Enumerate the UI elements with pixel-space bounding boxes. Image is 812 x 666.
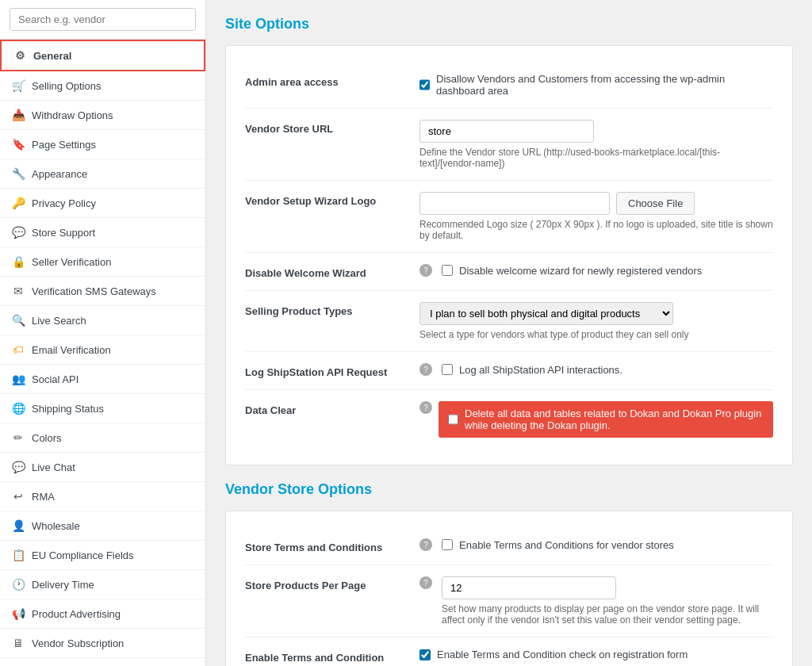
appearance-icon: 🔧 xyxy=(11,167,25,180)
sidebar-label-wholesale: Wholesale xyxy=(32,520,80,532)
sidebar-item-seller-verification[interactable]: 🔒Seller Verification xyxy=(0,247,205,277)
sidebar-label-rma: RMA xyxy=(32,491,55,503)
disable-welcome-wizard-checkbox[interactable] xyxy=(442,265,453,276)
main-content: Site Options Admin area access Disallow … xyxy=(206,0,812,666)
withdraw-options-icon: 📥 xyxy=(11,109,25,121)
admin-area-access-label: Admin area access xyxy=(245,73,404,88)
verification-sms-icon: ✉ xyxy=(11,285,25,297)
data-clear-control: ? Delete all data and tables related to … xyxy=(419,401,773,438)
admin-area-access-control: Disallow Vendors and Customers from acce… xyxy=(419,73,773,97)
sidebar-item-product-advertising[interactable]: 📢Product Advertising xyxy=(0,599,205,629)
sidebar-label-appearance: Appearance xyxy=(32,168,87,180)
vendor-store-options-title: Vendor Store Options xyxy=(225,481,793,498)
site-options-title: Site Options xyxy=(225,16,793,33)
admin-area-access-checkbox[interactable] xyxy=(419,79,430,90)
sidebar-item-live-search[interactable]: 🔍Live Search xyxy=(0,306,205,335)
selling-product-types-label: Selling Product Types xyxy=(245,302,404,317)
sidebar-label-selling-options: Selling Options xyxy=(32,80,101,92)
enable-terms-condition-checkbox[interactable] xyxy=(419,649,431,660)
sidebar-label-eu-compliance: EU Compliance Fields xyxy=(32,549,134,561)
disable-welcome-wizard-label: Disable Welcome Wizard xyxy=(245,264,404,279)
disable-welcome-wizard-checkbox-label: Disable welcome wizard for newly registe… xyxy=(459,265,702,277)
sidebar-item-withdraw-options[interactable]: 📥Withdraw Options xyxy=(0,101,205,130)
sidebar-label-verification-sms: Verification SMS Gateways xyxy=(32,285,156,297)
sidebar-label-vendor-subscription: Vendor Subscription xyxy=(32,637,124,649)
store-products-per-page-desc: Set how many products to display per pag… xyxy=(442,603,773,626)
sidebar-item-rma[interactable]: ↩RMA xyxy=(0,482,205,511)
sidebar-item-eu-compliance[interactable]: 📋EU Compliance Fields xyxy=(0,541,205,570)
log-shipstation-control: ? Log all ShipStation API interactions. xyxy=(419,363,773,376)
seller-verification-icon: 🔒 xyxy=(11,255,25,268)
sidebar-item-general[interactable]: ⚙General xyxy=(0,40,205,71)
enable-terms-condition-row: Enable Terms and Condition Enable Terms … xyxy=(245,637,773,666)
sidebar-label-live-search: Live Search xyxy=(32,315,86,327)
sidebar-item-shipping-status[interactable]: 🌐Shipping Status xyxy=(0,394,205,423)
sidebar-item-appearance[interactable]: 🔧Appearance xyxy=(0,159,205,189)
store-terms-checkbox[interactable] xyxy=(442,539,453,550)
vendor-store-options-card: Store Terms and Conditions ? Enable Term… xyxy=(225,511,793,666)
sidebar-label-page-settings: Page Settings xyxy=(32,139,96,151)
vendor-logo-label: Vendor Setup Wizard Logo xyxy=(245,192,404,207)
store-products-per-page-label: Store Products Per Page xyxy=(245,576,404,591)
sidebar-label-live-chat: Live Chat xyxy=(32,461,75,473)
sidebar-item-store-support[interactable]: 💬Store Support xyxy=(0,218,205,247)
sidebar-label-seller-verification: Seller Verification xyxy=(32,256,111,268)
sidebar-item-verification-sms[interactable]: ✉Verification SMS Gateways xyxy=(0,277,205,306)
choose-file-button[interactable]: Choose File xyxy=(616,192,695,215)
sidebar-item-colors[interactable]: ✏Colors xyxy=(0,423,205,453)
sidebar-label-withdraw-options: Withdraw Options xyxy=(32,109,113,121)
sidebar-label-privacy-policy: Privacy Policy xyxy=(32,197,96,209)
vendor-store-url-desc: Define the Vendor store URL (http://used… xyxy=(419,147,773,169)
data-clear-label: Data Clear xyxy=(245,401,404,416)
shipping-status-icon: 🌐 xyxy=(11,402,25,415)
store-support-icon: 💬 xyxy=(11,226,25,239)
social-api-icon: 👥 xyxy=(11,373,25,385)
log-shipstation-label: Log ShipStation API Request xyxy=(245,363,404,378)
colors-icon: ✏ xyxy=(11,431,25,444)
enable-terms-condition-control: Enable Terms and Condition check on regi… xyxy=(419,649,773,660)
sidebar-search-container xyxy=(0,0,205,40)
selling-product-types-desc: Select a type for vendors what type of p… xyxy=(419,329,773,340)
vendor-logo-desc: Recommended Logo size ( 270px X 90px ). … xyxy=(419,219,773,241)
vendor-store-url-control: Define the Vendor store URL (http://used… xyxy=(419,120,773,169)
vendor-store-url-input[interactable] xyxy=(419,120,594,143)
sidebar-item-page-settings[interactable]: 🔖Page Settings xyxy=(0,130,205,159)
data-clear-checkbox[interactable] xyxy=(448,414,458,425)
vendor-logo-file-input[interactable] xyxy=(419,192,610,215)
sidebar-item-vendor-subscription[interactable]: 🖥Vendor Subscription xyxy=(0,629,205,658)
sidebar-item-delivery-time[interactable]: 🕐Delivery Time xyxy=(0,570,205,599)
vendor-store-url-row: Vendor Store URL Define the Vendor store… xyxy=(245,109,773,181)
data-clear-error-box: Delete all data and tables related to Do… xyxy=(439,401,773,438)
selling-options-icon: 🛒 xyxy=(11,79,25,92)
data-clear-row: Data Clear ? Delete all data and tables … xyxy=(245,390,773,449)
disable-welcome-wizard-help-icon: ? xyxy=(419,264,432,277)
wholesale-icon: 👤 xyxy=(11,519,25,532)
sidebar-item-wholesale[interactable]: 👤Wholesale xyxy=(0,511,205,541)
sidebar-label-store-support: Store Support xyxy=(32,227,95,239)
store-products-per-page-input[interactable] xyxy=(442,576,616,599)
enable-terms-condition-checkbox-label: Enable Terms and Condition check on regi… xyxy=(437,649,688,660)
sidebar-label-delivery-time: Delivery Time xyxy=(32,579,94,591)
enable-terms-condition-label: Enable Terms and Condition xyxy=(245,649,404,664)
page-settings-icon: 🔖 xyxy=(11,138,25,151)
store-products-per-page-help-icon: ? xyxy=(419,576,432,589)
sidebar-item-live-chat[interactable]: 💬Live Chat xyxy=(0,453,205,482)
vendor-subscription-icon: 🖥 xyxy=(11,637,25,649)
selling-product-types-select[interactable]: I plan to sell both physical and digital… xyxy=(419,302,673,325)
admin-area-access-row: Admin area access Disallow Vendors and C… xyxy=(245,62,773,109)
sidebar-item-email-verification[interactable]: 🏷Email Verification xyxy=(0,335,205,365)
log-shipstation-checkbox[interactable] xyxy=(442,364,453,375)
sidebar-item-social-api[interactable]: 👥Social API xyxy=(0,365,205,394)
sidebar-label-colors: Colors xyxy=(32,432,62,444)
email-verification-icon: 🏷 xyxy=(11,343,25,356)
site-options-card: Admin area access Disallow Vendors and C… xyxy=(225,45,793,465)
sidebar-label-email-verification: Email Verification xyxy=(32,344,111,356)
sidebar-label-social-api: Social API xyxy=(32,373,79,385)
vendor-logo-control: Choose File Recommended Logo size ( 270p… xyxy=(419,192,773,241)
sidebar-search-input[interactable] xyxy=(10,8,196,31)
sidebar-item-selling-options[interactable]: 🛒Selling Options xyxy=(0,71,205,101)
log-shipstation-help-icon: ? xyxy=(419,363,432,376)
store-products-per-page-control: ? Set how many products to display per p… xyxy=(419,576,773,626)
sidebar-item-privacy-policy[interactable]: 🔑Privacy Policy xyxy=(0,189,205,218)
sidebar-item-geolocation[interactable]: 📍Geolocation xyxy=(0,658,205,666)
